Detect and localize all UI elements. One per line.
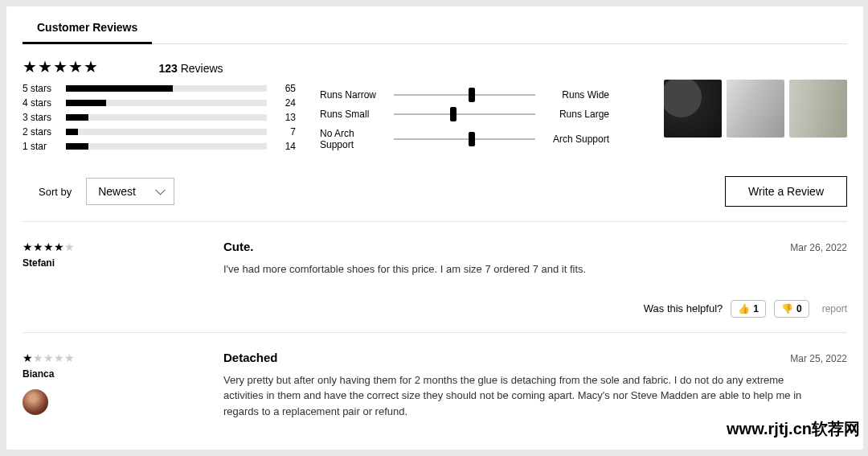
breakdown-row[interactable]: 2 stars7 — [23, 126, 296, 138]
review-main: Cute.Mar 26, 2022I've had more comfortab… — [223, 240, 847, 318]
review-stars: ★★★★★ — [23, 351, 75, 364]
review-date: Mar 26, 2022 — [790, 242, 847, 253]
breakdown-row[interactable]: 4 stars24 — [23, 97, 296, 109]
rating-column: ★★★★★ 123 Reviews 5 stars654 stars243 st… — [23, 57, 296, 158]
review-author: Stefani — [23, 257, 207, 269]
breakdown-label: 2 stars — [23, 126, 58, 138]
review-title: Cute. — [223, 240, 254, 253]
fit-right-label: Arch Support — [545, 134, 609, 145]
fit-track — [394, 94, 535, 96]
fit-left-label: Runs Narrow — [320, 89, 384, 101]
review-item: ★★★★★StefaniCute.Mar 26, 2022I've had mo… — [23, 221, 847, 332]
breakdown-row[interactable]: 1 star14 — [23, 141, 296, 152]
review-photo-thumb[interactable] — [727, 80, 784, 138]
fit-row: Runs SmallRuns Large — [320, 109, 609, 120]
breakdown-bar — [66, 143, 267, 150]
sort-area: Sort by Newest — [39, 178, 174, 205]
fit-left-label: No Arch Support — [320, 128, 384, 150]
report-link[interactable]: report — [822, 303, 847, 314]
reviews-count-suffix: Reviews — [181, 62, 223, 75]
breakdown-bar — [66, 129, 267, 135]
fit-left-label: Runs Small — [320, 109, 384, 120]
review-photo-thumb[interactable] — [664, 80, 722, 138]
breakdown-bar — [66, 100, 267, 106]
review-title: Detached — [223, 351, 278, 364]
sort-dropdown-value: Newest — [98, 185, 136, 198]
review-body: I've had more comfortable shoes for this… — [223, 261, 802, 277]
review-stars: ★★★★★ — [23, 240, 75, 253]
review-author: Bianca — [23, 368, 207, 380]
sort-dropdown[interactable]: Newest — [86, 178, 174, 205]
reviews-count: 123 Reviews — [158, 62, 223, 75]
breakdown-row[interactable]: 5 stars65 — [23, 83, 296, 94]
breakdown-bar — [66, 114, 267, 121]
review-main: DetachedMar 25, 2022Very pretty but afte… — [223, 351, 847, 420]
breakdown-count: 14 — [275, 141, 296, 152]
thumbs-down-button[interactable]: 👎0 — [774, 300, 809, 318]
rating-breakdown: 5 stars654 stars243 stars132 stars71 sta… — [23, 83, 296, 152]
reviews-controls: Sort by Newest Write a Review — [23, 176, 847, 221]
review-author-col: ★★★★★Bianca — [23, 351, 207, 420]
breakdown-count: 13 — [275, 112, 296, 123]
thumbs-up-icon: 👍 — [738, 303, 750, 314]
helpful-row: Was this helpful?👍1👎0report — [223, 300, 847, 318]
tab-header: Customer Reviews — [23, 16, 847, 44]
breakdown-count: 65 — [275, 83, 296, 94]
review-author-col: ★★★★★Stefani — [23, 240, 207, 318]
reviews-summary: ★★★★★ 123 Reviews 5 stars654 stars243 st… — [23, 57, 847, 158]
breakdown-label: 4 stars — [23, 97, 58, 109]
fit-knob — [450, 107, 457, 121]
thumbs-down-icon: 👎 — [781, 303, 793, 314]
fit-track — [394, 138, 535, 140]
breakdown-count: 7 — [275, 126, 296, 138]
fit-right-label: Runs Large — [545, 109, 609, 120]
write-review-button[interactable]: Write a Review — [725, 176, 847, 207]
fit-track — [394, 113, 535, 115]
fit-knob — [469, 132, 475, 146]
fit-row: Runs NarrowRuns Wide — [320, 89, 609, 101]
helpful-prompt: Was this helpful? — [644, 302, 723, 314]
sort-label: Sort by — [39, 186, 72, 198]
fit-right-label: Runs Wide — [545, 89, 609, 101]
breakdown-bar — [66, 85, 267, 92]
fit-row: No Arch SupportArch Support — [320, 128, 609, 150]
reviews-count-number: 123 — [158, 62, 177, 75]
reviews-list: ★★★★★StefaniCute.Mar 26, 2022I've had mo… — [23, 221, 847, 433]
avatar — [23, 389, 48, 415]
review-photo-thumb[interactable] — [789, 80, 847, 138]
breakdown-row[interactable]: 3 stars13 — [23, 112, 296, 123]
review-date: Mar 25, 2022 — [790, 353, 847, 364]
thumbs-up-button[interactable]: 👍1 — [731, 300, 766, 318]
tab-customer-reviews[interactable]: Customer Reviews — [23, 16, 152, 44]
review-body: Very pretty but after only having them f… — [223, 372, 802, 420]
breakdown-label: 3 stars — [23, 112, 58, 123]
breakdown-label: 1 star — [23, 141, 58, 152]
review-photos — [633, 57, 847, 158]
fit-knob — [469, 88, 475, 102]
breakdown-label: 5 stars — [23, 83, 58, 94]
breakdown-count: 24 — [275, 97, 296, 109]
review-item: ★★★★★BiancaDetachedMar 25, 2022Very pret… — [23, 332, 847, 434]
fit-column: Runs NarrowRuns WideRuns SmallRuns Large… — [320, 57, 609, 158]
overall-stars: ★★★★★ — [23, 57, 99, 76]
reviews-panel: Customer Reviews ★★★★★ 123 Reviews 5 sta… — [6, 6, 863, 450]
